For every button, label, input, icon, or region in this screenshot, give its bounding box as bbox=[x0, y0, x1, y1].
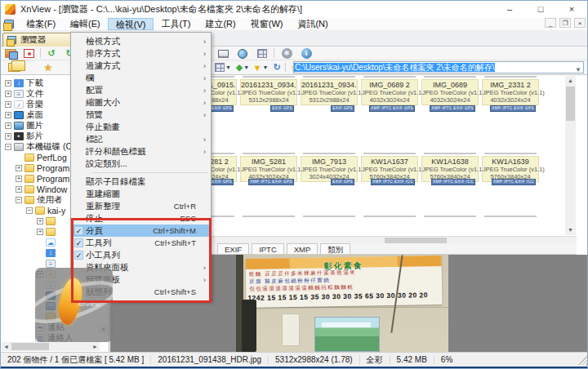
scroll-left-arrow[interactable]: ◄ bbox=[2, 342, 11, 351]
thumbnail-image[interactable] bbox=[424, 216, 476, 217]
close-button[interactable]: × bbox=[556, 1, 587, 17]
folder-tree-button[interactable] bbox=[6, 61, 22, 73]
menu-item[interactable]: 顯示子目錄檔案 bbox=[71, 176, 211, 188]
menu-item[interactable]: 重建縮圖 bbox=[71, 188, 211, 200]
thumbnail-item[interactable]: EXIF GPS 20161231_0934... JPEG TrueColor… bbox=[301, 76, 358, 105]
menu-item[interactable]: 停止動畫 bbox=[71, 121, 211, 133]
scrollbar-thumb[interactable] bbox=[566, 87, 575, 121]
menu-view[interactable]: 檢視(V) bbox=[108, 18, 154, 30]
menu-window[interactable]: 視窗(W) bbox=[243, 18, 291, 30]
tree-expander[interactable]: + bbox=[5, 101, 11, 108]
thumbnail-item[interactable]: XMP IPTC EXIF ICC KW1A1639 JPEG TrueColo… bbox=[482, 153, 539, 182]
scroll-up-arrow[interactable]: ▲ bbox=[565, 76, 576, 86]
resize-grip[interactable] bbox=[578, 356, 587, 365]
sort-dropdown[interactable]: ◆▼ bbox=[234, 61, 251, 73]
tab-iptc[interactable]: IPTC bbox=[252, 243, 284, 254]
tree-expander[interactable]: − bbox=[5, 144, 11, 150]
categories-button[interactable]: ★ bbox=[40, 61, 56, 73]
scroll-right-arrow[interactable]: ► bbox=[91, 342, 100, 351]
info-button[interactable]: i bbox=[298, 47, 314, 60]
thumbnail-item[interactable]: XMP IPTC EXIF GPS IMG_5281 JPEG TrueColo… bbox=[240, 153, 297, 182]
tree-expander[interactable]: + bbox=[16, 176, 22, 182]
address-dropdown-chevron-icon[interactable]: ▼ bbox=[575, 64, 581, 73]
menu-info[interactable]: 資訊(N) bbox=[290, 18, 335, 30]
thumbnail-image[interactable] bbox=[303, 216, 355, 217]
menu-item[interactable]: 設定類別... bbox=[71, 158, 211, 170]
thumbnail-item[interactable] bbox=[361, 216, 418, 217]
thumbnail-image[interactable] bbox=[363, 76, 416, 78]
address-bar[interactable]: C:\Users\kai-yu\Desktop\未命名檔案夾 2\未命名的解存\… bbox=[293, 61, 584, 73]
thumbnail-item[interactable]: EXIF GPS 20161231_0934... JPEG TrueColor… bbox=[240, 76, 297, 105]
menu-item[interactable]: 標記 › bbox=[71, 133, 211, 145]
scroll-down-arrow[interactable]: ▼ bbox=[565, 225, 576, 235]
thumbnail-image[interactable] bbox=[363, 216, 416, 217]
view-mode-dropdown[interactable]: ▼ bbox=[215, 61, 231, 73]
thumbnail-image[interactable] bbox=[484, 76, 537, 78]
thumbnail-item[interactable] bbox=[240, 216, 297, 217]
scrollbar-thumb[interactable] bbox=[385, 238, 447, 243]
thumbnail-item[interactable]: XMP IPTC EXIF GPS IMG_0689 JPEG TrueColo… bbox=[421, 76, 479, 105]
thumbnail-item[interactable]: EXIF GPS IMG_7913 JPEG TrueColor (v1.1) … bbox=[301, 153, 358, 182]
web-button[interactable] bbox=[234, 47, 251, 60]
thumbnail-item[interactable]: XMP IPTC EXIF ICC KW1A1638 JPEG TrueColo… bbox=[421, 153, 479, 182]
tree-expander[interactable]: + bbox=[16, 165, 22, 171]
thumbnail-item[interactable]: XMP IPTC EXIF ICC KW1A1637 JPEG TrueColo… bbox=[361, 153, 418, 182]
menu-item[interactable]: 重新整理 Ctrl+R bbox=[71, 200, 211, 212]
tree-expander[interactable]: + bbox=[16, 186, 22, 193]
scrollbar-thumb[interactable] bbox=[11, 343, 49, 350]
preview-photo[interactable]: 彰化素食 乾麵 豆豆豆什多米粿麻什菜菜乾湯米 豆腐 雞皮麻包鍋粉粉仔竇鍋 包包湯… bbox=[236, 255, 448, 352]
tree-horizontal-scrollbar[interactable]: ◄ ► bbox=[2, 342, 100, 351]
tree-expander[interactable]: + bbox=[37, 218, 43, 225]
tab-xmp[interactable]: XMP bbox=[287, 243, 318, 254]
menu-item[interactable]: 縮圖大小 › bbox=[71, 96, 211, 109]
rotate-left-button[interactable]: ↺ bbox=[43, 47, 60, 60]
menu-item[interactable]: 欄 › bbox=[71, 72, 211, 84]
thumbnail-image[interactable] bbox=[243, 76, 295, 78]
tab-browser[interactable]: 瀏覽器 bbox=[2, 33, 73, 47]
tree-expander[interactable]: + bbox=[5, 122, 11, 129]
menu-tools[interactable]: 工具(T) bbox=[154, 18, 198, 30]
settings-button[interactable]: ✱ bbox=[278, 47, 295, 60]
menu-create[interactable]: 建立(R) bbox=[198, 18, 243, 30]
minimize-button[interactable]: – bbox=[494, 1, 525, 17]
thumbnail-image[interactable] bbox=[484, 216, 537, 217]
menu-edit[interactable]: 編輯(E) bbox=[63, 18, 108, 30]
thumbnail-image[interactable] bbox=[243, 153, 295, 154]
mdi-minimize-button[interactable]: _ bbox=[545, 18, 556, 28]
refresh-button[interactable]: ↻ bbox=[269, 61, 285, 73]
tree-expander[interactable]: − bbox=[26, 207, 33, 214]
tree-expander[interactable]: + bbox=[5, 80, 11, 87]
tree-expander[interactable] bbox=[16, 154, 22, 161]
slideshow-button[interactable] bbox=[215, 47, 231, 60]
thumbnail-item[interactable] bbox=[482, 216, 539, 217]
thumbnail-image[interactable] bbox=[424, 153, 476, 154]
maximize-button[interactable]: □ bbox=[525, 1, 556, 17]
tree-expander[interactable]: + bbox=[5, 133, 11, 140]
mdi-restore-button[interactable]: ❐ bbox=[559, 18, 571, 28]
menu-item[interactable]: 預覽 › bbox=[71, 109, 211, 121]
tree-expander[interactable]: + bbox=[5, 112, 11, 118]
tree-expander[interactable]: + bbox=[5, 91, 11, 97]
thumbnail-image[interactable] bbox=[363, 153, 416, 154]
menu-item[interactable] bbox=[71, 170, 211, 176]
thumbnail-image[interactable] bbox=[243, 216, 295, 217]
thumbnail-image[interactable] bbox=[303, 76, 355, 78]
tree-expander[interactable] bbox=[37, 239, 43, 246]
thumbnail-image[interactable] bbox=[424, 76, 476, 78]
mdi-close-button[interactable]: × bbox=[574, 18, 586, 28]
menu-item[interactable]: 過濾方式 › bbox=[71, 60, 211, 72]
image-viewer-button[interactable] bbox=[2, 47, 19, 60]
tree-expander[interactable] bbox=[37, 260, 43, 267]
tree-expander[interactable] bbox=[26, 335, 33, 341]
tree-expander[interactable] bbox=[26, 324, 33, 331]
menu-item[interactable]: 評分和顏色標籤 › bbox=[71, 145, 211, 158]
tab-exif[interactable]: EXIF bbox=[217, 243, 249, 254]
tree-expander[interactable] bbox=[37, 250, 43, 256]
thumbnail-item[interactable] bbox=[421, 216, 479, 217]
tree-expander[interactable]: + bbox=[37, 229, 43, 235]
menu-item[interactable]: 配置 › bbox=[71, 84, 211, 96]
tab-category[interactable]: 類別 bbox=[320, 243, 350, 254]
menu-item[interactable]: 檢視方式 › bbox=[71, 35, 211, 47]
thumbnails-button[interactable] bbox=[254, 47, 270, 60]
thumbnail-vertical-scrollbar[interactable]: ▲ ▼ bbox=[565, 76, 576, 235]
